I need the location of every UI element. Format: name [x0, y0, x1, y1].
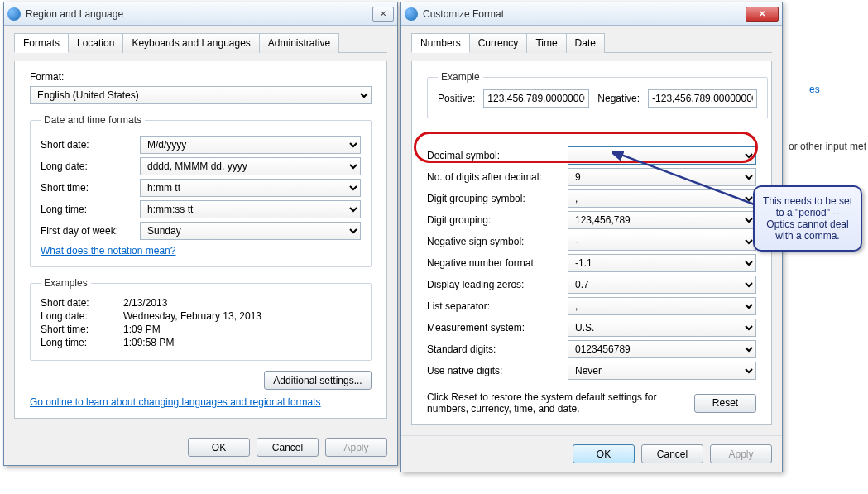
native-digits-label: Use native digits:	[427, 365, 568, 376]
tabs: Numbers Currency Time Date	[411, 32, 772, 53]
ex-long-date: Wednesday, February 13, 2013	[123, 310, 261, 322]
long-time-select[interactable]: h:mm:ss tt	[140, 200, 361, 218]
decimal-symbol-label: Decimal symbol:	[427, 150, 568, 161]
format-select[interactable]: English (United States)	[30, 86, 372, 104]
ex-short-time: 1:09 PM	[123, 324, 161, 335]
list-sep-label: List separator:	[427, 300, 568, 312]
measurement-select[interactable]: U.S.	[568, 319, 756, 337]
short-date-select[interactable]: M/d/yyyy	[140, 136, 361, 154]
neg-format-label: Negative number format:	[427, 257, 568, 269]
dtf-legend: Date and time formats	[41, 114, 145, 126]
bg-text: or other input met	[789, 141, 866, 152]
examples-group: Examples Short date:2/13/2013 Long date:…	[30, 277, 372, 361]
grouping-select[interactable]: 123,456,789	[568, 211, 756, 229]
close-button[interactable]: ✕	[746, 7, 779, 22]
region-dialog: Region and Language ✕ Formats Location K…	[3, 2, 398, 466]
digits-after-label: No. of digits after decimal:	[427, 171, 568, 183]
cancel-button[interactable]: Cancel	[641, 444, 703, 463]
customize-dialog: Customize Format ✕ Numbers Currency Time…	[400, 2, 783, 472]
dialog-buttons: OK Cancel Apply	[401, 435, 782, 472]
tab-administrative[interactable]: Administrative	[259, 33, 339, 53]
neg-format-select[interactable]: -1.1	[568, 254, 756, 272]
date-time-formats: Date and time formats Short date: M/d/yy…	[30, 114, 372, 267]
apply-button[interactable]: Apply	[325, 438, 387, 457]
long-date-label: Long date:	[41, 161, 140, 172]
tab-keyboards[interactable]: Keyboards and Languages	[122, 33, 259, 53]
positive-label: Positive:	[438, 93, 475, 104]
first-day-label: First day of week:	[41, 225, 140, 237]
grouping-label: Digit grouping:	[427, 214, 568, 226]
globe-icon	[405, 7, 418, 21]
window-title: Customize Format	[423, 8, 742, 20]
apply-button[interactable]: Apply	[710, 444, 772, 463]
ex-short-time-label: Short time:	[41, 324, 123, 335]
short-time-label: Short time:	[41, 182, 140, 194]
tab-currency[interactable]: Currency	[469, 33, 528, 53]
grouping-symbol-label: Digit grouping symbol:	[427, 193, 568, 204]
std-digits-label: Standard digits:	[427, 343, 568, 355]
tab-formats[interactable]: Formats	[14, 33, 69, 53]
reset-note: Click Reset to restore the system defaul…	[427, 391, 684, 415]
example-group: Example Positive: Negative:	[427, 71, 768, 118]
titlebar: Region and Language ✕	[4, 2, 397, 26]
ex-short-date: 2/13/2013	[123, 297, 167, 309]
globe-icon	[7, 7, 21, 21]
reset-button[interactable]: Reset	[694, 394, 756, 413]
tabs: Formats Location Keyboards and Languages…	[14, 32, 387, 53]
ex-short-date-label: Short date:	[41, 297, 123, 309]
close-button[interactable]: ✕	[372, 7, 394, 22]
notation-link[interactable]: What does the notation mean?	[41, 245, 175, 257]
short-time-select[interactable]: h:mm tt	[140, 179, 361, 197]
tab-time[interactable]: Time	[526, 33, 566, 53]
positive-field	[483, 89, 589, 108]
grouping-symbol-select[interactable]: ,	[568, 189, 756, 208]
ex-long-time: 1:09:58 PM	[123, 337, 174, 348]
titlebar: Customize Format ✕	[401, 2, 782, 26]
bg-link[interactable]: es	[809, 84, 820, 95]
neg-sign-label: Negative sign symbol:	[427, 236, 568, 247]
annotation-callout: This needs to be set to a "period" -- Op…	[753, 185, 862, 252]
callout-text: This needs to be set to a "period" -- Op…	[763, 195, 852, 242]
negative-label: Negative:	[597, 93, 640, 104]
negative-field	[648, 89, 757, 108]
first-day-select[interactable]: Sunday	[140, 222, 361, 240]
cancel-button[interactable]: Cancel	[257, 438, 319, 457]
window-title: Region and Language	[26, 8, 369, 20]
online-link[interactable]: Go online to learn about changing langua…	[30, 396, 321, 408]
tab-location[interactable]: Location	[68, 33, 123, 53]
native-digits-select[interactable]: Never	[568, 362, 756, 380]
ok-button[interactable]: OK	[188, 438, 250, 457]
ok-button[interactable]: OK	[573, 444, 635, 463]
tab-numbers[interactable]: Numbers	[411, 33, 470, 53]
std-digits-select[interactable]: 0123456789	[568, 340, 756, 358]
example-legend: Example	[438, 71, 483, 83]
leading-zeros-select[interactable]: 0.7	[568, 276, 756, 294]
format-label: Format:	[30, 71, 372, 83]
ex-long-time-label: Long time:	[41, 337, 123, 348]
long-time-label: Long time:	[41, 204, 140, 215]
list-sep-select[interactable]: ,	[568, 297, 756, 315]
long-date-select[interactable]: dddd, MMMM dd, yyyy	[140, 157, 361, 175]
dialog-buttons: OK Cancel Apply	[4, 429, 397, 465]
ex-long-date-label: Long date:	[41, 310, 123, 322]
examples-legend: Examples	[41, 277, 91, 289]
digits-after-select[interactable]: 9	[568, 168, 756, 186]
neg-sign-select[interactable]: -	[568, 233, 756, 251]
leading-zeros-label: Display leading zeros:	[427, 279, 568, 290]
decimal-symbol-select[interactable]	[568, 146, 756, 165]
tab-date[interactable]: Date	[566, 33, 605, 53]
short-date-label: Short date:	[41, 139, 140, 151]
measurement-label: Measurement system:	[427, 322, 568, 333]
additional-settings-button[interactable]: Additional settings...	[264, 371, 372, 390]
